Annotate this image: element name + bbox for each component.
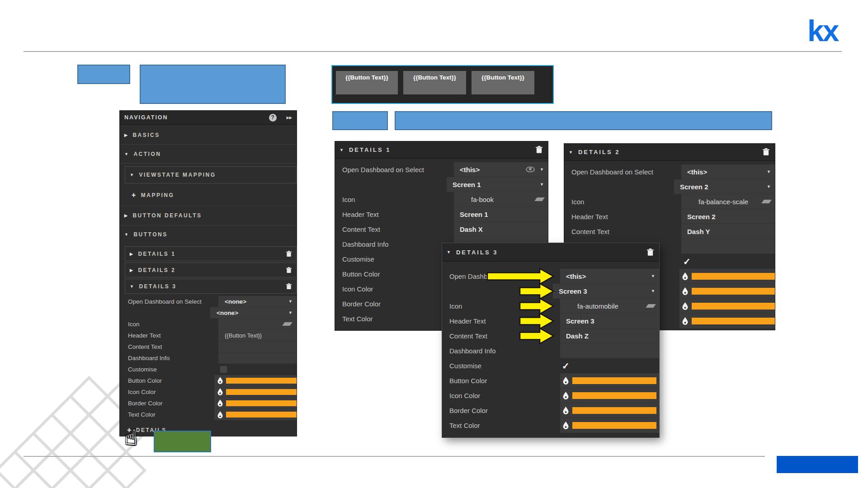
color-swatch-bar[interactable] — [572, 392, 656, 399]
border-color-field[interactable] — [679, 299, 775, 314]
open-dashboard-select[interactable]: <none> ▼ — [218, 296, 297, 307]
panel-title: DETAILS 3 — [456, 249, 498, 256]
open-dashboard-select[interactable]: <this> ▼ — [560, 269, 659, 284]
triangle-right-icon: ▶ — [124, 133, 128, 137]
open-dashboard-select[interactable]: <this> ▼ — [681, 164, 775, 179]
field-label: Button Color — [335, 267, 454, 282]
triangle-right-icon: ▶ — [124, 213, 128, 218]
icon-field[interactable]: fa-balance-scale — [681, 194, 775, 209]
section-viewstate-mapping[interactable]: ▼ VIEWSTATE MAPPING — [125, 166, 297, 183]
border-color-field[interactable] — [560, 403, 659, 418]
dashboard-info-field[interactable] — [681, 239, 775, 254]
add-mapping-button[interactable]: + MAPPING — [120, 187, 297, 204]
content-text-field[interactable] — [218, 341, 297, 352]
trash-icon[interactable] — [286, 267, 292, 273]
icon-field[interactable]: fa-book — [454, 192, 548, 207]
trash-icon[interactable] — [647, 249, 654, 256]
annotation-arrows — [470, 264, 561, 346]
trash-icon[interactable] — [286, 283, 292, 290]
dashboard-info-field[interactable] — [218, 352, 297, 364]
preview-button-2[interactable]: {{Button Text}} — [403, 71, 466, 94]
customise-checkbox[interactable] — [220, 366, 227, 373]
color-swatch-bar[interactable] — [692, 318, 775, 324]
screen-select[interactable]: Screen 2 ▼ — [674, 179, 775, 194]
nav-details-3-row[interactable]: ▼ DETAILS 3 — [125, 279, 297, 294]
eraser-icon[interactable] — [646, 304, 656, 308]
customise-checkbox-checked[interactable]: ✓ — [562, 361, 570, 371]
customise-checkbox-checked[interactable]: ✓ — [683, 256, 691, 267]
color-swatch-bar[interactable] — [572, 377, 656, 384]
eye-icon[interactable] — [525, 166, 535, 173]
eraser-icon[interactable] — [761, 200, 772, 203]
section-action[interactable]: ▼ ACTION — [120, 145, 297, 164]
field-label: Header Text — [564, 209, 681, 224]
color-swatch-bar[interactable] — [226, 378, 297, 384]
triangle-down-icon: ▼ — [124, 152, 129, 156]
highlight-rect-green — [154, 431, 211, 452]
icon-field[interactable]: fa-automobile — [560, 299, 659, 314]
icon-color-field[interactable] — [560, 388, 659, 403]
text-color-field[interactable] — [679, 314, 775, 328]
color-swatch-bar[interactable] — [226, 400, 297, 406]
text-color-field[interactable] — [214, 409, 297, 420]
section-basics[interactable]: ▶ BASICS — [120, 126, 297, 145]
droplet-icon — [682, 302, 688, 310]
color-swatch-bar[interactable] — [692, 303, 775, 310]
color-swatch-bar[interactable] — [572, 407, 656, 414]
field-label: Text Color — [442, 418, 560, 433]
icon-field[interactable] — [218, 319, 297, 330]
button-color-field[interactable] — [214, 375, 297, 386]
highlight-rect-large-mid — [395, 111, 772, 130]
trash-icon[interactable] — [536, 146, 542, 154]
header-text-field[interactable]: Screen 1 — [454, 207, 548, 222]
icon-color-field[interactable] — [679, 284, 775, 299]
eraser-icon[interactable] — [534, 197, 545, 201]
nav-details-2-row[interactable]: ▶ DETAILS 2 — [125, 263, 297, 277]
nav-details-1-row[interactable]: ▶ DETAILS 1 — [125, 246, 297, 261]
section-button-defaults[interactable]: ▶ BUTTON DEFAULTS — [120, 206, 297, 225]
droplet-icon — [217, 399, 223, 407]
text-color-field[interactable] — [560, 418, 659, 433]
color-swatch-bar[interactable] — [226, 389, 297, 395]
header-text-field[interactable]: Screen 2 — [681, 209, 775, 224]
preview-button-3[interactable]: {{Button Text}} — [472, 71, 534, 94]
color-swatch-bar[interactable] — [692, 288, 775, 295]
droplet-icon — [563, 422, 569, 429]
trash-icon[interactable] — [286, 251, 292, 257]
field-label: Border Color — [120, 398, 214, 409]
button-color-field[interactable] — [560, 373, 659, 388]
field-label: Content Text — [564, 224, 681, 239]
header-text-field[interactable]: {{Button Text}} — [218, 330, 297, 341]
border-color-field[interactable] — [214, 398, 297, 409]
section-buttons[interactable]: ▼ BUTTONS — [120, 225, 297, 244]
trash-icon[interactable] — [763, 148, 769, 156]
screen-select[interactable]: Screen 3 ▼ — [553, 284, 659, 299]
content-text-field[interactable]: Dash Z — [560, 328, 659, 343]
screen-select[interactable]: Screen 1 ▼ — [447, 177, 548, 192]
content-text-field[interactable]: Dash X — [454, 222, 548, 237]
collapse-panel-icon[interactable]: ▶▶ — [287, 116, 292, 120]
open-dashboard-select[interactable]: <this> ▼ — [454, 162, 548, 177]
field-label: Header Text — [120, 330, 218, 341]
color-swatch-bar[interactable] — [692, 273, 775, 280]
color-swatch-bar[interactable] — [572, 422, 656, 429]
screen-select[interactable]: <none> ▼ — [210, 307, 297, 319]
dashboard-info-field[interactable] — [560, 343, 659, 358]
footer-accent-bar — [777, 456, 858, 473]
help-icon[interactable]: ? — [269, 114, 277, 122]
eraser-icon[interactable] — [282, 322, 292, 326]
chevron-down-icon: ▼ — [540, 182, 544, 187]
button-color-field[interactable] — [679, 269, 775, 284]
field-label: Content Text — [335, 222, 454, 237]
triangle-down-icon: ▼ — [130, 173, 135, 177]
header-text-field[interactable]: Screen 3 — [560, 314, 659, 328]
preview-button-1[interactable]: {{Button Text}} — [336, 71, 398, 94]
color-swatch-bar[interactable] — [226, 412, 297, 418]
content-text-field[interactable]: Dash Y — [681, 224, 775, 239]
field-label: Open Dashboard on Select — [120, 296, 218, 307]
droplet-icon — [563, 407, 569, 414]
droplet-icon — [682, 287, 688, 295]
triangle-down-icon: ▼ — [340, 148, 345, 152]
icon-color-field[interactable] — [214, 386, 297, 398]
field-label: Customise — [335, 252, 454, 267]
